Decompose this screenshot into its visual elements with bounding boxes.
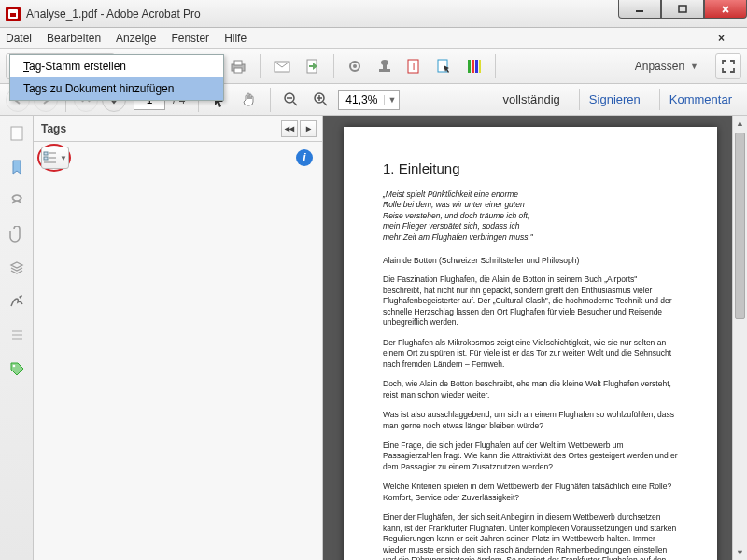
fullscreen-button[interactable]	[715, 53, 741, 79]
minimize-button[interactable]	[618, 0, 661, 19]
doc-paragraph: Doch, wie Alain de Botton beschreibt, eh…	[383, 379, 678, 400]
page-share-icon	[304, 58, 321, 75]
separator	[495, 54, 496, 78]
separator	[270, 88, 271, 112]
customize-menu[interactable]: Anpassen ▼	[627, 60, 706, 73]
scroll-thumb[interactable]	[735, 133, 745, 319]
options-list-icon	[43, 151, 58, 164]
customize-label: Anpassen	[635, 60, 684, 73]
svg-point-19	[381, 60, 388, 65]
hand-tool-button[interactable]	[236, 87, 262, 113]
window-title: Analyse_1.pdf - Adobe Acrobat Pro	[26, 7, 201, 21]
bookmarks-icon[interactable]	[7, 157, 27, 177]
info-icon[interactable]: i	[296, 149, 313, 166]
panel-options-button[interactable]: ▼	[41, 147, 69, 169]
window-titlebar: Analyse_1.pdf - Adobe Acrobat Pro	[0, 0, 747, 28]
gear-icon	[346, 58, 363, 75]
doc-heading: 1. Einleitung	[383, 161, 678, 176]
thumbnails-icon[interactable]	[7, 123, 27, 144]
select-button[interactable]	[431, 53, 458, 79]
window-controls	[618, 0, 747, 19]
separator	[333, 54, 334, 78]
doc-paragraph: Der Flughafen als Mikrokosmos zeigt eine…	[383, 338, 678, 370]
expand-icon	[721, 59, 736, 74]
document-close-icon[interactable]: ×	[718, 32, 725, 45]
pdf-page: 1. Einleitung „Meist spielt Pünktlichkei…	[344, 127, 717, 560]
share-button[interactable]	[300, 53, 326, 79]
edit-text-button[interactable]: T	[402, 53, 428, 79]
doc-attribution: Alain de Botton (Schweizer Schriftstelle…	[383, 256, 678, 265]
doc-paragraph: Welche Kriterien spielen in dem Wettbewe…	[383, 482, 678, 503]
menu-window[interactable]: Fenster	[171, 32, 209, 45]
svg-rect-34	[11, 127, 22, 140]
doc-paragraph: Einer der Flughäfen, der sich seit Anbeg…	[383, 512, 678, 560]
panel-title: Tags	[41, 122, 66, 135]
zoom-dropdown-icon[interactable]: ▼	[384, 95, 399, 105]
email-button[interactable]	[268, 53, 296, 79]
navigation-pane-strip	[0, 116, 34, 560]
svg-rect-12	[234, 68, 242, 73]
comment-button[interactable]: Kommentar	[659, 89, 741, 110]
layers-icon[interactable]	[7, 258, 27, 278]
cursor-page-icon	[436, 58, 453, 75]
doc-paragraph: Was ist also ausschlaggebend, um sich an…	[383, 410, 678, 431]
svg-line-33	[323, 102, 327, 105]
color-button[interactable]	[461, 53, 487, 79]
svg-rect-23	[468, 60, 471, 73]
menu-edit[interactable]: Bearbeiten	[47, 32, 101, 45]
panel-toolbar: ▼ i	[34, 142, 322, 174]
tags-panel: Tags ◂◂ ▸ ▼ i Tag-Stamm erstellen Tags z…	[34, 116, 323, 560]
document-viewport[interactable]: 1. Einleitung „Meist spielt Pünktlichkei…	[323, 116, 747, 560]
menu-view[interactable]: Anzeige	[116, 32, 156, 45]
panel-prev-button[interactable]: ◂◂	[281, 120, 298, 137]
menu-help[interactable]: Hilfe	[224, 32, 247, 45]
doc-paragraph: Die Faszination Flughafen, die Alain de …	[383, 274, 678, 328]
svg-rect-39	[44, 152, 48, 155]
sign-button[interactable]: Signieren	[579, 89, 650, 110]
doc-paragraph: Eine Frage, die sich jeder Flughafen auf…	[383, 441, 678, 472]
printer-icon	[229, 58, 247, 75]
stamp-icon	[376, 58, 393, 75]
menu-item-add-tags-to-document[interactable]: Tags zu Dokument hinzufügen	[10, 77, 223, 100]
menu-file[interactable]: Datei	[6, 32, 32, 45]
svg-point-38	[12, 365, 15, 368]
settings-button[interactable]	[342, 53, 368, 79]
zoom-plus-icon	[313, 91, 330, 108]
tools-full-button[interactable]: vollständig	[493, 89, 569, 110]
panel-nav: ◂◂ ▸	[281, 120, 317, 137]
zoom-in-button[interactable]	[308, 87, 334, 113]
signatures-icon[interactable]	[7, 291, 27, 312]
order-icon[interactable]	[7, 325, 27, 345]
print-button[interactable]	[224, 53, 252, 79]
edit-text-icon: T	[406, 58, 423, 75]
maximize-button[interactable]	[661, 0, 704, 19]
menubar: Datei Bearbeiten Anzeige Fenster Hilfe ×	[0, 28, 747, 49]
close-button[interactable]	[704, 0, 747, 19]
menu-item-create-tag-root[interactable]: Tag-Stamm erstellen	[10, 55, 223, 77]
envelope-icon	[273, 59, 291, 74]
svg-text:T: T	[411, 62, 416, 72]
options-dropdown: Tag-Stamm erstellen Tags zu Dokument hin…	[9, 54, 224, 101]
vertical-scrollbar[interactable]: ▲ ▼	[732, 116, 747, 560]
dropdown-icon: ▼	[690, 62, 698, 71]
content-icon[interactable]	[7, 190, 27, 211]
zoom-input[interactable]	[339, 93, 384, 106]
attachments-icon[interactable]	[7, 224, 27, 245]
stamp-button[interactable]	[372, 53, 398, 79]
main-area: Tags ◂◂ ▸ ▼ i Tag-Stamm erstellen Tags z…	[0, 116, 747, 560]
separator	[260, 54, 261, 78]
svg-rect-11	[234, 61, 242, 65]
panel-next-button[interactable]: ▸	[300, 120, 317, 137]
scroll-down-icon[interactable]: ▼	[733, 545, 747, 560]
zoom-level[interactable]: ▼	[338, 90, 400, 110]
doc-quote: „Meist spielt Pünktlichkeit eine enorme …	[383, 189, 678, 243]
tags-icon[interactable]	[7, 358, 27, 379]
scroll-up-icon[interactable]: ▲	[733, 116, 747, 131]
svg-rect-41	[44, 157, 48, 160]
zoom-out-button[interactable]	[278, 87, 304, 113]
dropdown-icon: ▼	[60, 154, 67, 162]
panel-header: Tags ◂◂ ▸	[34, 116, 322, 142]
zoom-minus-icon	[283, 91, 300, 108]
svg-rect-1	[679, 6, 686, 12]
svg-rect-25	[475, 60, 478, 73]
